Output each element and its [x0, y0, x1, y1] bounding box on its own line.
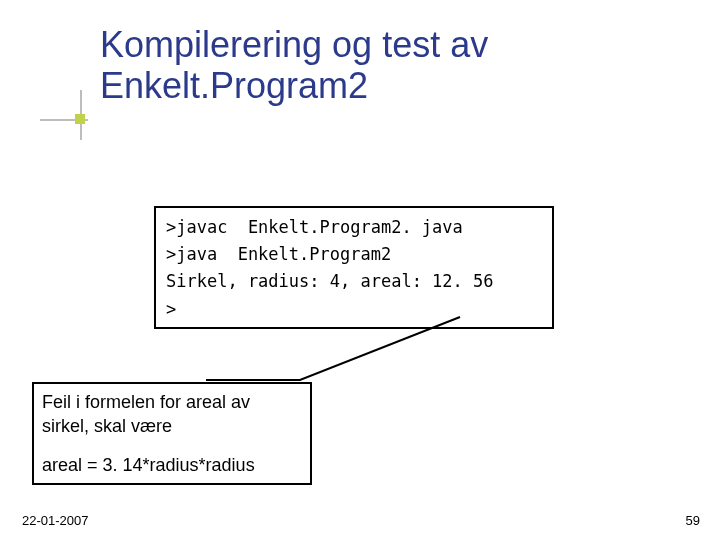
footer-page-number: 59 — [686, 513, 700, 528]
callout-line2: sirkel, skal være — [42, 414, 302, 438]
decor-square — [75, 114, 85, 124]
slide-title: Kompilerering og test av Enkelt.Program2 — [100, 24, 488, 107]
terminal-line-3: Sirkel, radius: 4, areal: 12. 56 — [166, 268, 542, 295]
callout-line3: areal = 3. 14*radius*radius — [42, 453, 302, 477]
callout-box: Feil i formelen for areal av sirkel, ska… — [32, 382, 312, 485]
slide: Kompilerering og test av Enkelt.Program2… — [0, 0, 720, 540]
title-line2: Enkelt.Program2 — [100, 65, 488, 106]
callout-line1: Feil i formelen for areal av — [42, 390, 302, 414]
callout-spacer — [42, 439, 302, 453]
terminal-line-1: >javac Enkelt.Program2. java — [166, 214, 542, 241]
terminal-line-2: >java Enkelt.Program2 — [166, 241, 542, 268]
footer-date: 22-01-2007 — [22, 513, 89, 528]
title-line1: Kompilerering og test av — [100, 24, 488, 65]
terminal-line-4: > — [166, 296, 542, 323]
terminal-box: >javac Enkelt.Program2. java >java Enkel… — [154, 206, 554, 329]
